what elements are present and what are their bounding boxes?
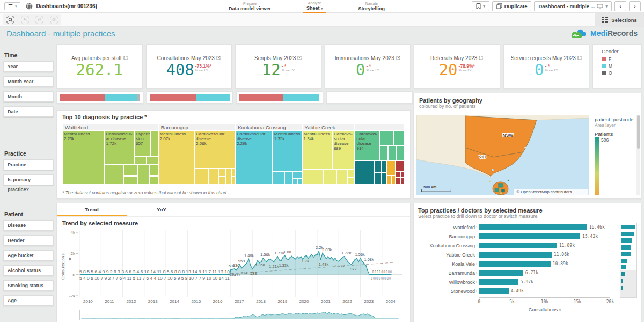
bars-measure-selector[interactable]: Consultations ▾ — [479, 307, 610, 312]
clear-selections-button[interactable] — [47, 14, 61, 25]
treemap-group-header[interactable] — [355, 123, 405, 131]
filter-disease[interactable]: Disease — [3, 220, 54, 231]
treemap-cell-hyperten-sion[interactable]: Hyperten- sion657 — [134, 131, 150, 157]
filter-practice[interactable]: Practice — [3, 159, 54, 170]
legend-item-f[interactable]: F — [602, 56, 641, 62]
global-menu-button[interactable]: ☰ ▾ — [4, 2, 20, 10]
treemap-cell[interactable] — [400, 178, 405, 185]
treemap-cell-cardiovascul-ar-disease[interactable]: Cardiovascul- ar disease1.72k — [105, 131, 134, 164]
bars-scroll-minimap[interactable] — [620, 223, 637, 298]
treemap-cell[interactable] — [374, 160, 382, 173]
map-attribution[interactable]: © OpenStreetMap contributors — [514, 189, 588, 195]
kpi-avg-patients-per-staff[interactable]: Avg patients per staff 262.1 — [56, 44, 143, 89]
treemap-group-header[interactable]: Yabbie Creek — [302, 123, 355, 131]
nav-tab-sheet[interactable]: AnalyzeSheet ▾ — [303, 0, 326, 13]
treemap-cell[interactable] — [150, 176, 158, 185]
filter-month[interactable]: Month — [3, 91, 54, 102]
bar[interactable] — [479, 224, 587, 230]
treemap-cell[interactable] — [382, 160, 386, 173]
trend-range-selector[interactable] — [79, 310, 401, 322]
treemap-cell-cardiovas-cular-disease[interactable]: Cardiovas- cular disease914 — [355, 131, 379, 160]
smart-search-button[interactable] — [3, 14, 18, 25]
treemap-cell[interactable] — [147, 157, 158, 164]
gender-strip-2[interactable] — [147, 91, 233, 104]
kpi-immunisations-may-2023[interactable]: Immunisations May 2023 0- *% var LY — [325, 44, 411, 89]
filter-smoking-status[interactable]: Smoking status — [3, 280, 54, 291]
treemap-cell[interactable] — [347, 177, 355, 185]
treemap-cell[interactable] — [394, 131, 405, 145]
treemap-cell[interactable] — [374, 173, 382, 185]
treemap-cell[interactable] — [123, 164, 138, 176]
treemap-cell[interactable] — [396, 160, 405, 171]
treemap-cell[interactable] — [231, 169, 235, 177]
nav-tab-storytelling[interactable]: NarrateStorytelling — [355, 0, 389, 13]
geo-map[interactable]: NSW VIC 500 km © OpenStreetMap contribut… — [416, 115, 589, 195]
treemap-group-header[interactable]: Kookaburra Crossing — [235, 123, 302, 131]
bar[interactable] — [479, 288, 509, 294]
gender-strip-3[interactable] — [236, 91, 323, 104]
treemap-cell[interactable] — [138, 164, 149, 185]
treemap-cell[interactable] — [323, 170, 336, 185]
treemap-cell-mental-illness[interactable]: Mental illness1.35k — [273, 131, 302, 172]
treemap-cell[interactable] — [347, 170, 355, 177]
treemap-cell-cardiovascular-disease[interactable]: Cardiovascular disease2.29k — [235, 131, 273, 185]
kpi-consultations-may-2023[interactable]: Consultations May 2023 408-73.1%*% var L… — [146, 44, 232, 89]
treemap-cell[interactable] — [284, 172, 292, 185]
treemap-cell[interactable] — [380, 145, 389, 160]
next-sheet-button[interactable]: › — [629, 1, 641, 11]
treemap-cell-mental-illness[interactable]: Mental illness1.34k — [302, 131, 332, 170]
treemap-cell[interactable] — [219, 169, 226, 177]
treemap-cell[interactable] — [391, 175, 396, 185]
filter-date[interactable]: Date — [3, 106, 54, 117]
filter-month-year[interactable]: Month Year — [3, 76, 54, 87]
bar[interactable] — [479, 252, 552, 258]
map-legend-scrollbar[interactable] — [636, 115, 640, 195]
treemap-cell[interactable] — [396, 171, 400, 178]
treemap-cell[interactable] — [123, 176, 138, 185]
bar[interactable] — [479, 261, 551, 267]
kpi-scripts-may-2023[interactable]: Scripts May 2023 12- *% var LY — [235, 44, 321, 89]
bar[interactable] — [479, 270, 523, 276]
filter-age[interactable]: Age — [3, 295, 54, 306]
bar[interactable] — [479, 279, 518, 285]
treemap-cell[interactable] — [387, 160, 396, 175]
bar[interactable] — [479, 233, 580, 239]
treemap-cell-cardiovascular-disease[interactable]: Cardiovascular disease2.06k — [194, 131, 235, 169]
treemap-cell[interactable] — [226, 169, 231, 185]
filter-year[interactable]: Year — [3, 61, 54, 72]
nav-tab-data-model-viewer[interactable]: PrepareData model viewer — [225, 0, 274, 13]
step-forward-button[interactable] — [32, 14, 47, 25]
selections-tool[interactable]: Selections — [595, 13, 644, 27]
treemap-cell[interactable] — [380, 131, 394, 145]
trend-chart[interactable]: 2010201120122013201420152016201720182019… — [59, 227, 408, 309]
treemap-cell[interactable] — [397, 145, 405, 160]
treemap-cell-cardiova-scular-disease[interactable]: Cardiova- scular disease889 — [332, 131, 355, 170]
treemap-cell[interactable] — [336, 170, 347, 185]
filter-is-primary-practice-[interactable]: Is primary practice? — [3, 174, 54, 185]
treemap-cell[interactable] — [209, 169, 219, 185]
filter-age-bucket[interactable]: Age bucket — [3, 250, 54, 261]
treemap-cell[interactable] — [382, 173, 386, 185]
treemap-cell[interactable] — [219, 177, 226, 185]
bookmarks-button[interactable]: ▾ — [472, 1, 489, 11]
treemap-cell[interactable] — [400, 171, 405, 178]
treemap-cell[interactable] — [292, 178, 298, 185]
treemap-cell[interactable] — [292, 172, 302, 178]
treemap-group-header[interactable]: Wattleford — [62, 123, 158, 131]
bar[interactable] — [479, 243, 557, 248]
gender-strip-1[interactable] — [56, 91, 143, 104]
treemap-cell[interactable] — [355, 160, 374, 185]
filter-alcohol-status[interactable]: Alcohol status — [3, 265, 54, 276]
treemap-cell[interactable] — [134, 157, 147, 164]
treemap-cell[interactable] — [302, 170, 324, 185]
duplicate-button[interactable]: Duplicate — [492, 1, 532, 11]
treemap-cell[interactable] — [387, 175, 391, 185]
kpi-referrals-may-2023[interactable]: Referrals May 2023 20-78.9%*% var LY — [414, 44, 500, 89]
prev-sheet-button[interactable]: ‹ — [614, 1, 626, 11]
treemap-cell[interactable] — [231, 177, 235, 185]
legend-item-m[interactable]: M — [602, 63, 641, 69]
sheet-selector[interactable]: Dashboard - multiple ... ▾ — [534, 1, 612, 11]
treemap-cell[interactable] — [396, 178, 400, 185]
treemap-group-header[interactable]: Barcoongup — [158, 123, 236, 131]
kpi-service-requests-may-2023[interactable]: Service requests May 2023 0- *% var LY — [503, 44, 590, 89]
